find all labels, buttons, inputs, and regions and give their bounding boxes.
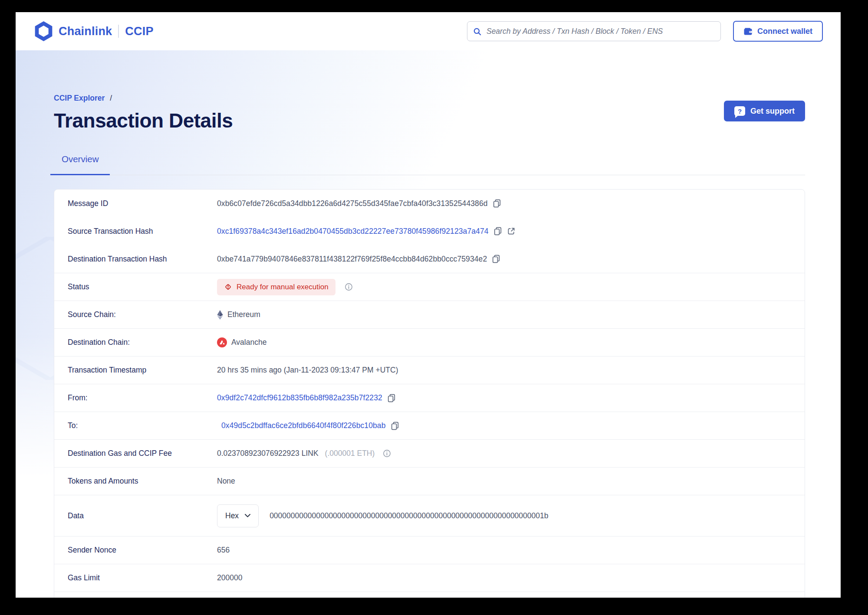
row-label: Source Transaction Hash	[68, 227, 217, 236]
row-label: Destination Gas and CCIP Fee	[68, 449, 217, 458]
status-badge: Ready for manual execution	[217, 279, 335, 295]
table-row-destination-chain: Destination Chain: Avalanche	[54, 328, 805, 356]
fee-secondary-value: (.000001 ETH)	[325, 449, 375, 458]
ethereum-icon	[217, 310, 223, 320]
app-window: Chainlink CCIP Connect wallet	[16, 12, 841, 598]
search-input[interactable]	[467, 22, 720, 41]
table-row-clipped	[54, 592, 805, 598]
breadcrumb-separator: /	[110, 94, 112, 102]
message-id-value: 0xb6c07efde726cd5a34dbb1226a6d4275c55d34…	[217, 199, 488, 208]
row-label: Data	[68, 511, 217, 520]
breadcrumb: CCIP Explorer /	[54, 94, 233, 103]
row-label: Source Chain:	[68, 310, 217, 319]
copy-icon[interactable]	[391, 422, 399, 430]
row-label: To:	[68, 421, 217, 430]
data-format-selected: Hex	[225, 511, 239, 520]
sender-nonce-value: 656	[217, 546, 230, 555]
row-label: Message ID	[68, 199, 217, 208]
info-icon[interactable]	[345, 283, 353, 291]
get-support-label: Get support	[750, 107, 795, 116]
get-support-button[interactable]: ? Get support	[724, 101, 805, 121]
avalanche-icon	[217, 337, 227, 347]
brand-logo[interactable]: Chainlink CCIP	[35, 21, 154, 41]
status-badge-label: Ready for manual execution	[237, 283, 329, 291]
connect-wallet-button[interactable]: Connect wallet	[733, 21, 823, 42]
search-box	[467, 21, 721, 41]
timestamp-value: 20 hrs 35 mins ago (Jan-11-2023 09:13:47…	[217, 366, 398, 375]
question-bubble-icon: ?	[734, 106, 745, 116]
chainlink-hexagon-icon	[35, 21, 53, 41]
destination-chain-value: Avalanche	[231, 338, 266, 347]
table-row-message-id: Message ID 0xb6c07efde726cd5a34dbb1226a6…	[54, 190, 805, 217]
table-row-timestamp: Transaction Timestamp 20 hrs 35 mins ago…	[54, 356, 805, 384]
header-actions: Connect wallet	[467, 21, 823, 42]
table-row-sender-nonce: Sender Nonce 656	[54, 536, 805, 564]
chevron-down-icon	[245, 514, 250, 517]
copy-icon[interactable]	[493, 227, 502, 236]
source-chain-value: Ethereum	[227, 310, 260, 319]
row-label: Status	[68, 282, 217, 291]
table-row-data: Data Hex 0000000000000000000000000000000…	[54, 495, 805, 536]
table-row-from: From: 0x9df2c742dfcf9612b835fb6b8f982a23…	[54, 384, 805, 412]
table-row-source-chain: Source Chain: Ethereum	[54, 301, 805, 328]
breadcrumb-link-ccip-explorer[interactable]: CCIP Explorer	[54, 94, 105, 102]
top-header: Chainlink CCIP Connect wallet	[16, 12, 841, 50]
tokens-value: None	[217, 477, 235, 486]
data-hex-value: 0000000000000000000000000000000000000000…	[270, 511, 548, 520]
tab-overview[interactable]: Overview	[50, 154, 110, 175]
row-label: From:	[68, 393, 217, 402]
page-title: Transaction Details	[54, 109, 233, 132]
from-address-link[interactable]: 0x9df2c742dfcf9612b835fb6b8f982a235b7f22…	[217, 393, 382, 402]
alert-diamond-icon	[224, 283, 232, 291]
row-label: Destination Transaction Hash	[68, 255, 217, 264]
row-label: Destination Chain:	[68, 338, 217, 347]
to-address-link[interactable]: 0x49d5c2bdffac6ce2bfdb6640f4f80f226bc10b…	[221, 421, 386, 430]
data-format-dropdown[interactable]: Hex	[217, 504, 259, 527]
copy-icon[interactable]	[492, 255, 500, 263]
page-header: CCIP Explorer / Transaction Details ? Ge…	[54, 50, 805, 132]
search-icon	[473, 27, 482, 36]
brand-product: CCIP	[125, 25, 153, 38]
fee-value: 0.023708923076922923 LINK	[217, 449, 319, 458]
row-label: Gas Limit	[68, 573, 217, 582]
table-row-gas-limit: Gas Limit 200000	[54, 564, 805, 592]
source-tx-hash-link[interactable]: 0xc1f69378a4c343ef16ad2b0470455db3cd2222…	[217, 227, 489, 236]
table-row-source-tx-hash: Source Transaction Hash 0xc1f69378a4c343…	[54, 217, 805, 245]
table-row-destination-tx-hash: Destination Transaction Hash 0xbe741a779…	[54, 245, 805, 273]
table-row-status: Status Ready for manual execution	[54, 273, 805, 301]
brand-name: Chainlink	[59, 25, 112, 38]
copy-icon[interactable]	[493, 199, 501, 208]
destination-tx-hash-value: 0xbe741a779b9407846e837811f438122f769f25…	[217, 255, 487, 264]
info-icon[interactable]	[383, 449, 391, 458]
external-link-icon[interactable]	[507, 227, 516, 236]
table-row-fee: Destination Gas and CCIP Fee 0.023708923…	[54, 439, 805, 467]
gas-limit-value: 200000	[217, 573, 242, 582]
transaction-details-card: Message ID 0xb6c07efde726cd5a34dbb1226a6…	[54, 189, 805, 598]
connect-wallet-label: Connect wallet	[757, 27, 812, 36]
brand-divider	[118, 25, 119, 38]
tab-bar: Overview	[54, 154, 805, 175]
wallet-icon	[743, 27, 753, 36]
row-label: Transaction Timestamp	[68, 366, 217, 375]
page-header-left: CCIP Explorer / Transaction Details	[54, 94, 233, 132]
row-label: Sender Nonce	[68, 546, 217, 555]
row-label: Tokens and Amounts	[68, 477, 217, 486]
table-row-tokens: Tokens and Amounts None	[54, 467, 805, 495]
main-area: CCIP Explorer / Transaction Details ? Ge…	[16, 50, 841, 598]
table-row-to: To: 0x49d5c2bdffac6ce2bfdb6640f4f80f226b…	[54, 412, 805, 439]
copy-icon[interactable]	[387, 394, 396, 402]
